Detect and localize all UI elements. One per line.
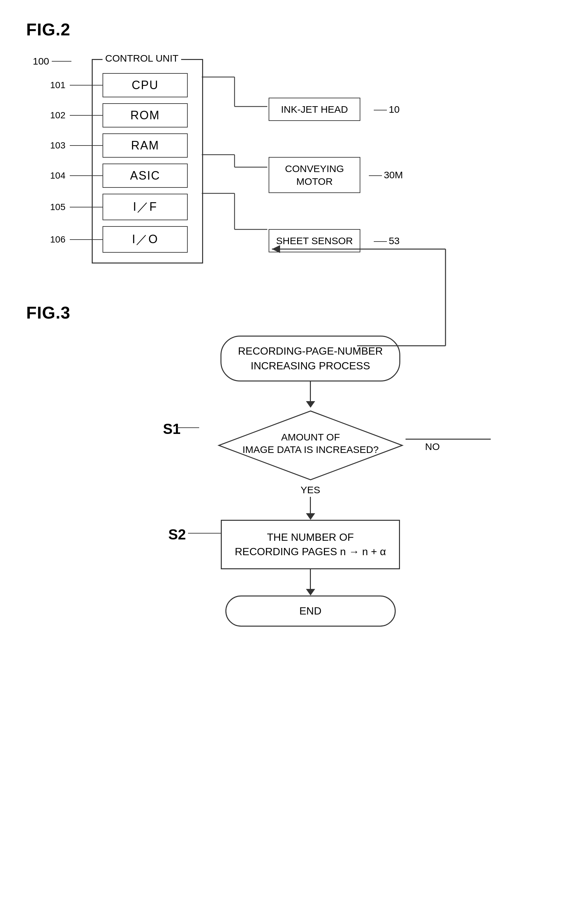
io-box: I／O xyxy=(103,226,188,253)
diamond-svg: AMOUNT OF IMAGE DATA IS INCREASED? xyxy=(216,408,405,483)
ref-106-line xyxy=(70,239,103,240)
ref-105: 105 xyxy=(50,202,66,212)
rom-box: ROM xyxy=(103,103,188,128)
s1-label: S1 xyxy=(163,421,181,437)
s2-label: S2 xyxy=(168,526,186,543)
right-side: INK-JET HEAD 10 CONVEYINGMOTOR 30M xyxy=(203,52,360,252)
ref-53: 53 xyxy=(374,235,400,246)
ref-10: 10 xyxy=(374,104,400,115)
ram-box: RAM xyxy=(103,133,188,158)
end-box: END xyxy=(225,595,396,627)
no-label: NO xyxy=(425,441,440,452)
svg-text:IMAGE DATA IS INCREASED?: IMAGE DATA IS INCREASED? xyxy=(242,444,379,455)
if-box: I／F xyxy=(103,194,188,220)
sheet-sensor-box: SHEET SENSOR xyxy=(269,229,360,252)
conveying-motor-box: CONVEYINGMOTOR xyxy=(269,157,360,193)
ref-104-line xyxy=(70,175,103,176)
inkjet-head-box: INK-JET HEAD xyxy=(269,98,360,121)
arrow-3 xyxy=(306,569,315,595)
if-row: 105 I／F xyxy=(103,194,192,220)
fig2-diagram: 100 CONTROL UNIT 101 CPU 102 ROM xyxy=(52,52,562,264)
ref-106: 106 xyxy=(50,235,66,245)
start-box: RECORDING-PAGE-NUMBERINCREASING PROCESS xyxy=(220,336,400,382)
s2-line xyxy=(188,533,221,534)
control-unit-label: CONTROL UNIT xyxy=(103,53,181,64)
fig2-section: FIG.2 100 CONTROL UNIT 101 CPU 102 xyxy=(26,19,562,264)
control-unit-box: CONTROL UNIT 101 CPU 102 ROM 103 xyxy=(92,59,203,264)
ref-101: 101 xyxy=(50,80,66,91)
ref-104: 104 xyxy=(50,170,66,181)
fig2-label: FIG.2 xyxy=(26,19,562,39)
arrow-2 xyxy=(306,497,315,520)
ref-30m: 30M xyxy=(369,170,403,181)
s1-line xyxy=(176,427,199,428)
cpu-box: CPU xyxy=(103,73,188,97)
flowchart: RECORDING-PAGE-NUMBERINCREASING PROCESS … xyxy=(59,336,562,627)
fig3-diagram: RECORDING-PAGE-NUMBERINCREASING PROCESS … xyxy=(59,336,562,627)
s2-process-box: THE NUMBER OFRECORDING PAGES n → n + α xyxy=(221,520,400,569)
ref-100: 100 xyxy=(33,56,71,67)
svg-text:AMOUNT OF: AMOUNT OF xyxy=(281,432,340,442)
asic-box: ASIC xyxy=(103,163,188,188)
fig3-section: FIG.3 RECORDING-PAGE-NUMBERINCREASING PR… xyxy=(26,303,562,627)
cpu-row: 101 CPU xyxy=(103,73,192,97)
inkjet-head-row: INK-JET HEAD 10 xyxy=(269,98,360,121)
fig3-label: FIG.3 xyxy=(26,303,562,322)
ram-row: 103 RAM xyxy=(103,133,192,158)
control-unit: 100 CONTROL UNIT 101 CPU 102 ROM xyxy=(92,52,203,264)
no-branch: NO xyxy=(405,438,491,452)
s2-wrapper: S2 THE NUMBER OFRECORDING PAGES n → n + … xyxy=(221,520,400,569)
io-row: 106 I／O xyxy=(103,226,192,253)
ref-101-line xyxy=(70,85,103,86)
arrow-1 xyxy=(306,382,315,408)
asic-row: 104 ASIC xyxy=(103,163,192,188)
sheet-sensor-row: SHEET SENSOR 53 xyxy=(269,229,360,252)
conveying-motor-row: CONVEYINGMOTOR 30M xyxy=(269,157,360,193)
diamond-wrapper: S1 AMOUNT OF IMAGE DATA IS INCREASED? NO xyxy=(216,408,405,483)
yes-label: YES xyxy=(300,484,320,495)
yes-section: YES xyxy=(300,483,320,520)
ref-103: 103 xyxy=(50,140,66,151)
ref-102: 102 xyxy=(50,110,66,121)
rom-row: 102 ROM xyxy=(103,103,192,128)
ref-103-line xyxy=(70,145,103,146)
ref-105-line xyxy=(70,207,103,207)
ref-102-line xyxy=(70,115,103,116)
